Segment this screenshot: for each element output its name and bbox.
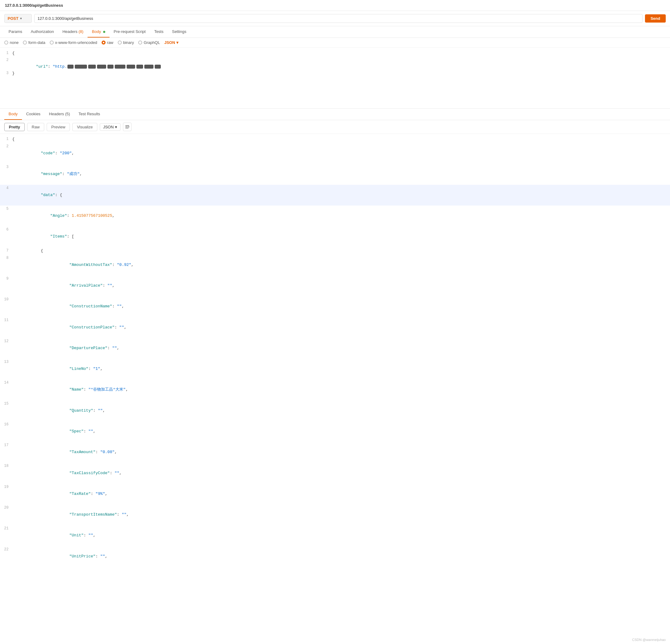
resp-line-9: 9 "ArrivalPlace": "", <box>0 275 670 296</box>
title-bar: 127.0.0.1:3000/api/getBusiness <box>0 0 670 11</box>
req-line-2: 2 "url": "http. <box>0 57 670 70</box>
tab-settings[interactable]: Settings <box>168 26 191 38</box>
format-urlencoded[interactable]: x-www-form-urlencoded <box>50 40 97 45</box>
resp-line-1: 1 { <box>0 136 670 143</box>
resp-line-12: 12 "DeparturePlace": "", <box>0 338 670 359</box>
send-button[interactable]: Send <box>645 14 666 23</box>
method-label: POST <box>8 16 18 21</box>
resp-line-19: 19 "TaxRate": "9%", <box>0 484 670 504</box>
resp-line-16: 16 "Spec": "", <box>0 421 670 442</box>
format-form-data[interactable]: form-data <box>23 40 45 45</box>
json-type-select[interactable]: JSON ▾ <box>164 40 178 45</box>
resp-line-13: 13 "LineNo": "1", <box>0 359 670 379</box>
radio-binary-icon <box>118 41 122 44</box>
resp-line-3: 3 "message": "成功", <box>0 164 670 184</box>
chevron-down-icon: ▾ <box>20 17 22 20</box>
resp-line-4: 4 "data": { <box>0 185 670 206</box>
tab-params[interactable]: Params <box>4 26 27 38</box>
resp-line-11: 11 "ConstructionPlace": "", <box>0 317 670 338</box>
resp-line-15: 15 "Quantity": "", <box>0 400 670 421</box>
window-title: 127.0.0.1:3000/api/getBusiness <box>5 3 63 8</box>
resp-line-8: 8 "AmountWithoutTax": "0.92", <box>0 255 670 275</box>
request-tabs-bar: Params Authorization Headers (8) Body Pr… <box>0 26 670 38</box>
req-line-3: 3 } <box>0 70 670 77</box>
format-binary[interactable]: binary <box>118 40 134 45</box>
response-json-select[interactable]: JSON ▾ <box>100 123 121 131</box>
resp-line-17: 17 "TaxAmount": "0.08", <box>0 442 670 463</box>
format-raw[interactable]: raw <box>102 40 113 45</box>
tab-body[interactable]: Body <box>88 26 109 38</box>
response-body-content: 1 { 2 "code": "200", 3 "message": "成功", … <box>0 134 670 569</box>
url-input[interactable] <box>34 14 643 23</box>
radio-none-icon <box>4 41 8 44</box>
response-section: Body Cookies Headers (5) Test Results Pr… <box>0 109 670 569</box>
resp-tab-testresults[interactable]: Test Results <box>74 109 104 120</box>
resp-line-2: 2 "code": "200", <box>0 143 670 164</box>
method-select[interactable]: POST ▾ <box>4 14 32 23</box>
format-graphql[interactable]: GraphQL <box>138 40 160 45</box>
body-format-bar: none form-data x-www-form-urlencoded raw… <box>0 38 670 47</box>
resp-tab-body[interactable]: Body <box>4 109 22 120</box>
chevron-down-icon: ▾ <box>176 40 178 45</box>
resp-line-20: 20 "TransportItemsName": "", <box>0 504 670 525</box>
request-bar: POST ▾ Send <box>0 11 670 26</box>
tab-authorization[interactable]: Authorization <box>27 26 58 38</box>
body-active-dot <box>103 31 105 33</box>
resp-tab-headers[interactable]: Headers (5) <box>45 109 75 120</box>
view-pretty-button[interactable]: Pretty <box>4 123 25 131</box>
resp-line-6: 6 "Items": [ <box>0 226 670 247</box>
request-body-editor[interactable]: 1 { 2 "url": "http. 3 } <box>0 47 670 109</box>
resp-line-5: 5 "Angle": 1.415077567100525, <box>0 206 670 226</box>
format-none[interactable]: none <box>4 40 18 45</box>
tab-tests[interactable]: Tests <box>150 26 168 38</box>
radio-formdata-icon <box>23 41 27 44</box>
view-preview-button[interactable]: Preview <box>47 123 70 131</box>
resp-tab-cookies[interactable]: Cookies <box>22 109 45 120</box>
view-visualize-button[interactable]: Visualize <box>72 123 97 131</box>
radio-urlencoded-icon <box>50 41 54 44</box>
resp-line-7: 7 { <box>0 247 670 255</box>
tab-headers[interactable]: Headers (8) <box>58 26 88 38</box>
radio-graphql-icon <box>138 41 142 44</box>
req-line-1: 1 { <box>0 50 670 57</box>
resp-line-18: 18 "TaxClassifyCode": "", <box>0 463 670 483</box>
tab-prerequest[interactable]: Pre-request Script <box>109 26 150 38</box>
view-bar: Pretty Raw Preview Visualize JSON ▾ <box>0 120 670 134</box>
view-raw-button[interactable]: Raw <box>27 123 44 131</box>
radio-raw-icon <box>102 41 106 44</box>
resp-line-10: 10 "ConstructionName": "", <box>0 296 670 317</box>
response-tabs-bar: Body Cookies Headers (5) Test Results <box>0 109 670 120</box>
resp-line-21: 21 "Unit": "", <box>0 525 670 546</box>
resp-line-14: 14 "Name": "*谷物加工品*大米", <box>0 379 670 400</box>
chevron-down-icon: ▾ <box>115 125 117 129</box>
wrap-icon[interactable] <box>123 123 132 131</box>
resp-line-22: 22 "UnitPrice": "", <box>0 546 670 567</box>
